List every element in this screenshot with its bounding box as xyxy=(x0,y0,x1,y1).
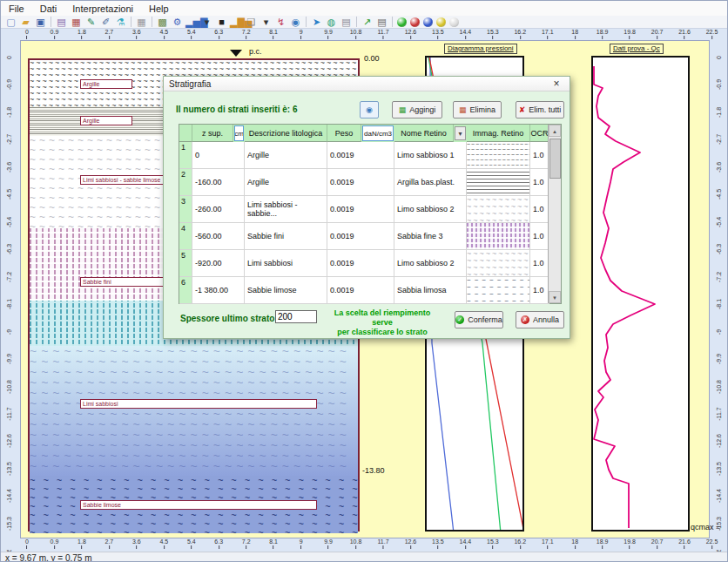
cell-peso[interactable]: 0.0019 xyxy=(327,169,394,196)
menu-item-file[interactable]: File xyxy=(1,3,32,15)
cell-z-sup[interactable]: -1 380.00 xyxy=(192,277,245,304)
doc-globe-icon[interactable]: ◉ xyxy=(289,17,302,28)
column-header[interactable]: cm xyxy=(234,125,244,141)
cell-ocr[interactable]: 1.0 xyxy=(530,277,549,304)
columns-chart-icon[interactable]: ▂▇▅ xyxy=(230,17,243,28)
cell-ocr[interactable]: 1.0 xyxy=(530,223,549,250)
cell-ocr[interactable]: 1.0 xyxy=(530,250,549,277)
cell-nome-retino[interactable]: Limo sabbioso 2 xyxy=(394,196,467,223)
grid-icon[interactable]: ▦ xyxy=(135,17,148,28)
yellow-ball-icon[interactable] xyxy=(436,17,446,27)
row-number-cell[interactable]: 5 xyxy=(179,250,192,277)
cell-peso[interactable]: 0.0019 xyxy=(327,196,394,223)
cancel-label: Annulla xyxy=(533,315,559,324)
cell-nome-retino[interactable]: Sabbia limosa xyxy=(394,277,467,304)
cell-descrizione[interactable]: Argille xyxy=(245,142,327,169)
globe-icon[interactable]: ◍ xyxy=(325,17,338,28)
chart-up-icon[interactable]: ↗ xyxy=(361,17,374,28)
cell-z-sup[interactable]: 0 xyxy=(192,142,245,169)
cell-immagine-retino[interactable] xyxy=(467,169,530,196)
cell-immagine-retino[interactable]: ~~~~~~~~~~~ ~~~~~~~~~~~ ~~~~~~~~~~~ ~~~~… xyxy=(467,196,530,223)
close-icon[interactable]: × xyxy=(546,78,567,91)
delete-all-button[interactable]: ✘Elim. tutti xyxy=(516,101,564,118)
row-number-cell[interactable]: 6 xyxy=(179,277,192,304)
gray-ball-icon[interactable] xyxy=(449,17,459,27)
save-icon[interactable]: ▣ xyxy=(34,17,47,28)
cell-descrizione[interactable]: Argille xyxy=(245,169,327,196)
add-layer-button[interactable]: ▦Aggingi xyxy=(392,101,442,118)
menu-item-help[interactable]: Help xyxy=(141,3,177,15)
gear-icon[interactable]: ⚙ xyxy=(171,17,184,28)
cell-descrizione[interactable]: Sabbie fini xyxy=(245,223,327,250)
cell-peso[interactable]: 0.0019 xyxy=(327,223,394,250)
ruler-tick: -2.7 xyxy=(1,134,18,145)
cell-descrizione[interactable]: Limi sabbiosi xyxy=(245,250,327,277)
confirm-button[interactable]: ✓Conferma xyxy=(455,311,503,328)
arrow-icon[interactable]: ➤ xyxy=(310,17,323,28)
new-document-icon[interactable]: ▢ xyxy=(4,17,17,28)
blue-ball-icon[interactable] xyxy=(423,17,433,27)
cell-peso[interactable]: 0.0019 xyxy=(327,250,394,277)
row-number-cell[interactable]: 2 xyxy=(179,169,192,196)
cell-immagine-retino[interactable] xyxy=(467,223,530,250)
ruler-tick: -3.6 xyxy=(1,162,18,173)
caret-down-icon-2[interactable]: ▾ xyxy=(260,17,273,28)
cell-z-sup[interactable]: -920.00 xyxy=(192,250,245,277)
cell-immagine-retino[interactable]: ~~~~~~~~~~~~~~~~~ ~~~~~~~~~~~~~~~~~ ~~~~… xyxy=(467,142,530,169)
red-ball-icon[interactable] xyxy=(410,17,420,27)
bar-chart-icon[interactable]: ▂▅▇ xyxy=(185,17,199,28)
layer-name-tag: Limi sabbiosi xyxy=(80,399,317,409)
table-scrollbar[interactable]: ▲ ▼ xyxy=(548,125,561,303)
cancel-button[interactable]: ✗Annulla xyxy=(516,311,564,328)
cell-nome-retino[interactable]: Argilla bas.plast. xyxy=(394,169,467,196)
menu-item-interpretazioni[interactable]: Interpretazioni xyxy=(64,3,141,15)
caret-down-icon[interactable]: ▾ xyxy=(200,17,213,28)
cell-immagine-retino[interactable]: ~~~~~~~~~~~ ~~~~~~~~~~~ ~~~~~~~~~~~ ~~~~… xyxy=(467,250,530,277)
scroll-up-icon[interactable]: ▲ xyxy=(549,125,561,137)
cell-ocr[interactable]: 1.0 xyxy=(530,196,549,223)
menu-item-dati[interactable]: Dati xyxy=(32,3,65,15)
green-ball-icon[interactable] xyxy=(397,17,407,27)
cell-nome-retino[interactable]: Sabbia fine 3 xyxy=(394,223,467,250)
ruler-tick: 2.7 xyxy=(105,29,114,39)
flask-icon[interactable]: ⚗ xyxy=(114,17,127,28)
view-button[interactable]: ◉ xyxy=(360,101,379,118)
pressure-chart-title: Diagramma pressioni xyxy=(444,44,517,54)
cell-z-sup[interactable]: -160.00 xyxy=(192,169,245,196)
cell-descrizione[interactable]: Sabbie limose xyxy=(245,277,327,304)
ruler-tick: -4.5 xyxy=(711,189,728,200)
column-header[interactable]: daN/cm3 xyxy=(362,125,394,141)
print-icon[interactable]: ▤ xyxy=(375,17,388,28)
line-chart-icon[interactable]: ↯ xyxy=(274,17,287,28)
cell-peso[interactable]: 0.0019 xyxy=(327,142,394,169)
row-number-cell[interactable]: 1 xyxy=(179,142,192,169)
ruler-tick: 4.5 xyxy=(159,29,168,39)
cell-nome-retino[interactable]: Limo sabbioso 1 xyxy=(394,142,467,169)
spessore-input[interactable] xyxy=(275,310,317,323)
column-dropdown-icon[interactable]: ▾ xyxy=(455,126,466,140)
presentation-icon[interactable]: ■ xyxy=(215,17,228,28)
row-number-cell[interactable]: 3 xyxy=(179,196,192,223)
cell-z-sup[interactable]: -560.00 xyxy=(192,223,245,250)
window-icon[interactable]: ❏ xyxy=(245,17,258,28)
scrollbar-thumb[interactable] xyxy=(549,139,561,179)
edit-icon[interactable]: ✐ xyxy=(99,17,112,28)
scroll-down-icon[interactable]: ▼ xyxy=(549,291,561,303)
row-number-cell[interactable]: 4 xyxy=(179,223,192,250)
notes-icon[interactable]: ▤ xyxy=(340,17,353,28)
cell-ocr[interactable]: 1.0 xyxy=(530,169,549,196)
image-icon[interactable]: ▦ xyxy=(70,17,83,28)
report-icon[interactable]: ▤ xyxy=(55,17,68,28)
delete-layer-button[interactable]: ▦Elimina xyxy=(453,101,502,118)
cell-nome-retino[interactable]: Limo sabbioso 2 xyxy=(394,250,467,277)
delete-layer-label: Elimina xyxy=(470,105,496,114)
cell-descrizione[interactable]: Limi sabbiosi - sabbie... xyxy=(245,196,327,223)
cell-ocr[interactable]: 1.0 xyxy=(530,142,549,169)
cell-immagine-retino[interactable]: ~~~~~~~~~~ ~~~~~~~~~~ ~~~~~~~~~~ ~~~~~~~… xyxy=(467,277,530,304)
picture-icon[interactable]: ▩ xyxy=(156,17,169,28)
cell-z-sup[interactable]: -260.00 xyxy=(192,196,245,223)
ruler-tick: 18.9 xyxy=(597,538,609,549)
page-edit-icon[interactable]: ✎ xyxy=(84,17,98,28)
cell-peso[interactable]: 0.0019 xyxy=(327,277,394,304)
open-folder-icon[interactable]: ▰ xyxy=(19,17,32,28)
